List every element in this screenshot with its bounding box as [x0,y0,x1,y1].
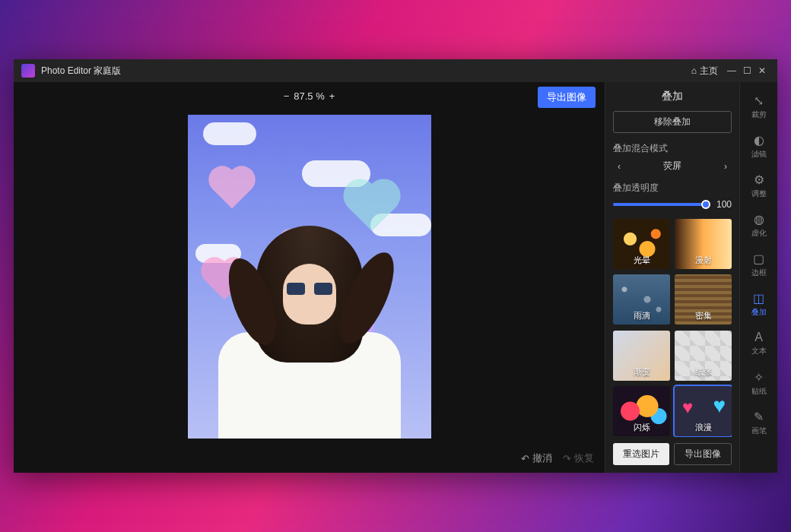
rail-item-边框[interactable]: ▢边框 [744,246,774,283]
export-button-top[interactable]: 导出图像 [538,87,596,108]
opacity-value: 100 [712,199,732,210]
reselect-image-button[interactable]: 重选图片 [613,443,669,465]
边框-icon: ▢ [753,252,764,266]
app-window: Photo Editor 家庭版 ⌂ 主页 — ☐ ✕ − 87.5 % + 导… [14,59,777,473]
rail-item-裁剪[interactable]: ⤡裁剪 [744,88,774,125]
overlay-item-0[interactable]: 光晕 [613,219,670,269]
overlay-item-label: 光晕 [613,255,670,266]
opacity-row: 100 [613,199,732,210]
home-button[interactable]: ⌂ 主页 [691,65,718,78]
overlay-item-6[interactable]: 闪烁 [613,386,670,436]
app-title: Photo Editor 家庭版 [41,65,121,78]
overlay-item-label: 浪漫 [675,422,732,433]
panel-title: 叠加 [613,90,732,103]
app-body: − 87.5 % + 导出图像 [14,82,777,473]
rail-item-贴纸[interactable]: ✧贴纸 [744,365,774,401]
remove-overlay-button[interactable]: 移除叠加 [613,111,732,133]
rail-item-滤镜[interactable]: ◐滤镜 [744,128,774,164]
canvas-area: − 87.5 % + 导出图像 [14,82,605,473]
zoom-minus-icon[interactable]: − [284,90,290,102]
rail-item-叠加[interactable]: ◫叠加 [744,286,774,322]
overlay-grid: 光晕漫射雨滴密集渐变纸张闪烁浪漫 [613,219,732,437]
zoom-control[interactable]: − 87.5 % + [284,90,335,102]
画笔-icon: ✎ [754,410,764,424]
zoom-plus-icon[interactable]: + [329,90,335,102]
overlay-item-1[interactable]: 漫射 [675,219,732,269]
canvas-toolbar: − 87.5 % + 导出图像 [14,82,605,109]
贴纸-icon: ✧ [754,370,764,385]
裁剪-icon: ⤡ [754,93,764,108]
minimize-button[interactable]: — [724,65,739,76]
rail-item-label: 裁剪 [751,109,767,120]
overlay-item-label: 漫射 [675,255,732,266]
tool-rail: ⤡裁剪◐滤镜⚙调整◍虚化▢边框◫叠加A文本✧贴纸✎画笔 [739,82,777,473]
maximize-button[interactable]: ☐ [739,65,754,76]
blend-mode-value: 荧屏 [663,160,681,173]
app-logo-icon [21,64,35,78]
overlay-panel: 叠加 移除叠加 叠加混合模式 ‹ 荧屏 › 叠加透明度 100 光晕漫射雨滴密集… [605,82,739,473]
home-icon: ⌂ [691,65,697,76]
rail-item-虚化[interactable]: ◍虚化 [744,207,774,243]
rail-item-label: 画笔 [751,426,767,436]
overlay-item-label: 雨滴 [613,310,670,321]
overlay-item-label: 渐变 [613,366,670,378]
opacity-label: 叠加透明度 [613,182,732,195]
虚化-icon: ◍ [754,212,764,226]
undo-button[interactable]: ↶ 撤消 [521,451,552,465]
photo-preview [188,115,431,439]
titlebar: Photo Editor 家庭版 ⌂ 主页 — ☐ ✕ [14,59,777,82]
blend-next-button[interactable]: › [720,161,732,172]
overlay-item-3[interactable]: 密集 [675,274,732,325]
panel-bottom: 重选图片 导出图像 [613,443,732,465]
blend-prev-button[interactable]: ‹ [613,161,625,172]
rail-item-label: 滤镜 [751,149,767,160]
close-button[interactable]: ✕ [754,65,770,76]
home-label: 主页 [700,65,718,78]
zoom-value: 87.5 % [294,90,324,102]
redo-icon: ↷ [563,453,571,464]
overlay-item-2[interactable]: 雨滴 [613,274,670,325]
overlay-item-5[interactable]: 纸张 [675,331,732,381]
叠加-icon: ◫ [753,291,764,306]
rail-item-label: 边框 [751,268,767,278]
rail-item-label: 贴纸 [751,386,767,397]
文本-icon: A [754,331,763,344]
export-button-panel[interactable]: 导出图像 [674,443,732,465]
rail-item-调整[interactable]: ⚙调整 [744,167,774,204]
rail-item-label: 文本 [751,346,767,356]
滤镜-icon: ◐ [754,133,764,147]
canvas-footer: ↶ 撤消 ↷ 恢复 [14,444,605,473]
opacity-slider[interactable] [613,203,706,206]
rail-item-画笔[interactable]: ✎画笔 [744,404,774,441]
rail-item-文本[interactable]: A文本 [744,325,774,362]
overlay-item-4[interactable]: 渐变 [613,331,670,381]
overlay-item-label: 密集 [675,310,732,321]
overlay-item-7[interactable]: 浪漫 [675,386,732,436]
blend-mode-selector: ‹ 荧屏 › [613,160,732,173]
redo-button: ↷ 恢复 [563,451,594,465]
overlay-item-label: 闪烁 [613,422,670,433]
blend-mode-label: 叠加混合模式 [613,142,732,155]
undo-icon: ↶ [521,453,529,464]
overlay-item-label: 纸张 [675,366,732,378]
rail-item-label: 虚化 [751,228,767,239]
调整-icon: ⚙ [754,173,764,187]
rail-item-label: 调整 [751,188,767,199]
rail-item-label: 叠加 [751,307,767,318]
canvas-viewport[interactable] [14,109,605,444]
